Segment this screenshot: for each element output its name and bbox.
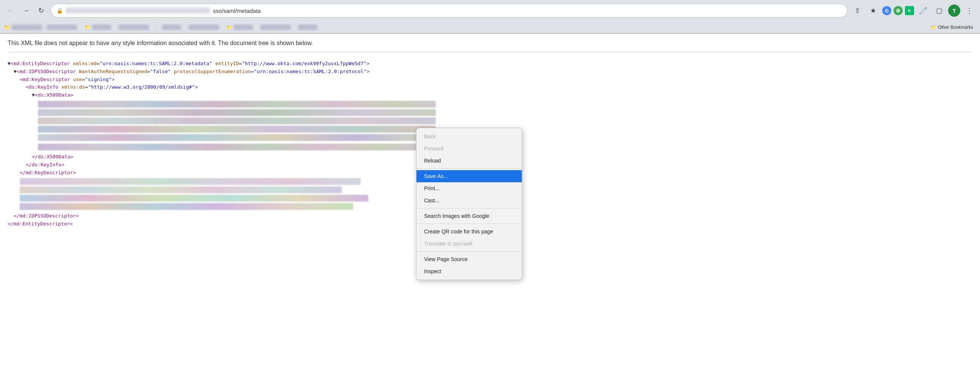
triangle-3: ▼ bbox=[32, 91, 35, 99]
context-menu-forward-label: Forward bbox=[424, 145, 443, 151]
bookmark-8[interactable] bbox=[257, 24, 294, 31]
tag-close-keyinfo: </ds:KeyInfo> bbox=[26, 161, 64, 169]
context-menu-view-source[interactable]: View Page Source bbox=[417, 253, 522, 265]
reload-button[interactable]: ↻ bbox=[34, 4, 48, 17]
bookmark-6-blur bbox=[189, 25, 219, 30]
bookmark-8-blur bbox=[260, 25, 291, 30]
bookmarks-bar: 📁 📁 | 📁 📁 Other Bookma bbox=[0, 21, 980, 33]
context-menu-cast[interactable]: Cast... bbox=[417, 194, 522, 207]
bookmark-4-blur bbox=[119, 25, 149, 30]
tag-key-info-close: > bbox=[195, 83, 198, 91]
tag-entity-descriptor-close: > bbox=[366, 60, 369, 68]
cast-button[interactable]: ▢ bbox=[932, 4, 946, 17]
attr-entity-id: entityID bbox=[215, 60, 239, 68]
tag-key-info: <ds:KeyInfo bbox=[26, 83, 58, 91]
attr-protocol-value: "urn:oasis:names:tc:SAML:2.0:protocol" bbox=[254, 68, 366, 76]
xml-line-x509data: ▼ <ds:X509Data> bbox=[8, 91, 972, 99]
context-menu-inspect[interactable]: Inspect bbox=[417, 265, 522, 277]
tag-close-x509data: </ds:X509Data> bbox=[32, 153, 73, 161]
context-menu-back-label: Back bbox=[424, 134, 436, 140]
attr-want-authn-value: "false" bbox=[150, 68, 171, 76]
xml-line-entity-descriptor: ▼ <md:EntityDescriptor xmlns:md="urn:oas… bbox=[8, 60, 972, 68]
lock-icon: 🔒 bbox=[56, 8, 63, 14]
context-menu-search-images[interactable]: Search Images with Google bbox=[417, 210, 522, 222]
tag-idp-close: > bbox=[366, 68, 369, 76]
attr-xmlns-ds: xmlns:ds bbox=[61, 83, 85, 91]
context-menu-sep-3 bbox=[417, 224, 522, 224]
attr-entity-id-value: "http://www.okta.com/exk99fy2uvxLfppWe5d… bbox=[242, 60, 366, 68]
context-menu-save-as[interactable]: Save As... bbox=[417, 170, 522, 182]
bookmark-9[interactable] bbox=[295, 24, 320, 31]
url-blur-part bbox=[66, 8, 210, 14]
menu-button[interactable]: ⋮ bbox=[963, 4, 976, 17]
browser-chrome: ← → ↻ 🔒 sso/saml/metadata ⇪ ★ G ✦ K 🧷 ▢ … bbox=[0, 0, 980, 34]
context-menu-save-as-label: Save As... bbox=[424, 173, 448, 179]
tag-close-keydescriptor: </md:KeyDescriptor> bbox=[20, 169, 76, 177]
browser-toolbar: ← → ↻ 🔒 sso/saml/metadata ⇪ ★ G ✦ K 🧷 ▢ … bbox=[0, 0, 980, 21]
context-menu-search-images-label: Search Images with Google bbox=[424, 213, 489, 219]
context-menu: Back Forward Reload Save As... Print... … bbox=[416, 128, 522, 280]
context-menu-create-qr[interactable]: Create QR code for this page bbox=[417, 226, 522, 238]
context-menu-sep-2 bbox=[417, 208, 522, 208]
other-bookmarks-folder-icon: 📁 bbox=[931, 25, 936, 30]
address-bar[interactable]: 🔒 sso/saml/metadata bbox=[51, 4, 847, 17]
context-menu-print[interactable]: Print... bbox=[417, 182, 522, 194]
cert-blurred-row-1 bbox=[8, 101, 972, 108]
extension-icon-2[interactable]: ✦ bbox=[894, 6, 903, 15]
bookmark-3[interactable]: 📁 bbox=[81, 24, 114, 31]
page-content: This XML file does not appear to have an… bbox=[0, 34, 980, 234]
context-menu-cast-label: Cast... bbox=[424, 197, 439, 204]
attr-xmlns-md-value: "urn:oasis:names:tc:SAML:2.0:metadata" bbox=[100, 60, 212, 68]
bookmark-2[interactable] bbox=[44, 24, 80, 31]
attr-use-value: "signing" bbox=[85, 76, 111, 84]
context-menu-translate-label: Translate to русский bbox=[424, 241, 473, 246]
other-bookmarks-button[interactable]: 📁 Other Bookmarks bbox=[928, 24, 976, 31]
cert-blurred-row-2 bbox=[8, 109, 972, 116]
share-button[interactable]: ⇪ bbox=[850, 4, 864, 17]
extensions-button[interactable]: 🧷 bbox=[916, 4, 930, 17]
xml-line-key-descriptor: <md:KeyDescriptor use="signing" > bbox=[8, 76, 972, 84]
context-menu-sep-1 bbox=[417, 168, 522, 169]
bookmark-folder-icon: 📁 bbox=[4, 24, 10, 30]
bookmark-6[interactable] bbox=[186, 24, 222, 31]
extension-grammarly[interactable]: G bbox=[882, 6, 891, 15]
bookmark-3-blur bbox=[92, 25, 111, 30]
context-menu-reload-label: Reload bbox=[424, 157, 441, 164]
triangle-1: ▼ bbox=[8, 60, 11, 68]
forward-button[interactable]: → bbox=[19, 4, 33, 17]
attr-want-authn: WantAuthnRequestsSigned bbox=[79, 68, 147, 76]
other-bookmarks-label: Other Bookmarks bbox=[938, 25, 973, 30]
bookmark-9-blur bbox=[298, 25, 317, 30]
nav-buttons: ← → ↻ bbox=[4, 4, 48, 17]
context-menu-forward[interactable]: Forward bbox=[417, 143, 522, 154]
back-button[interactable]: ← bbox=[4, 4, 18, 17]
bookmark-2-blur bbox=[47, 25, 77, 30]
context-menu-view-source-label: View Page Source bbox=[424, 256, 468, 262]
context-menu-translate[interactable]: Translate to русский bbox=[417, 238, 522, 250]
context-menu-reload[interactable]: Reload bbox=[417, 154, 522, 167]
xml-notice: This XML file does not appear to have an… bbox=[8, 40, 972, 52]
bookmark-5-blur bbox=[162, 25, 181, 30]
extension-icon-3[interactable]: K bbox=[905, 6, 914, 15]
bookmark-5[interactable] bbox=[159, 24, 184, 31]
bookmark-3-icon: 📁 bbox=[84, 24, 91, 30]
tag-x509data: <ds:X509Data> bbox=[35, 91, 73, 99]
attr-use: use bbox=[73, 76, 82, 84]
toolbar-actions: ⇪ ★ G ✦ K 🧷 ▢ T ⋮ bbox=[850, 4, 976, 17]
bookmark-4[interactable] bbox=[116, 24, 152, 31]
xml-line-idp-sso: ▼ <md:IDPSSODescriptor WantAuthnRequests… bbox=[8, 68, 972, 76]
attr-xmlns-md: xmlns:md bbox=[73, 60, 97, 68]
tag-key-descriptor: <md:KeyDescriptor bbox=[20, 76, 70, 84]
context-menu-print-label: Print... bbox=[424, 185, 439, 191]
bookmark-7[interactable]: 📁 bbox=[224, 24, 256, 31]
attr-protocol: protocolSupportEnumeration bbox=[174, 68, 251, 76]
tag-entity-descriptor-open: <md:EntityDescriptor bbox=[11, 60, 70, 68]
tag-idp-open: <md:IDPSSODescriptor bbox=[17, 68, 76, 76]
bookmark-button[interactable]: ★ bbox=[866, 4, 880, 17]
context-menu-back[interactable]: Back bbox=[417, 130, 522, 143]
context-menu-create-qr-label: Create QR code for this page bbox=[424, 229, 493, 235]
context-menu-inspect-label: Inspect bbox=[424, 268, 441, 274]
profile-button[interactable]: T bbox=[948, 5, 960, 17]
attr-xmlns-ds-value: "http://www.w3.org/2000/09/xmldsig#" bbox=[88, 83, 195, 91]
tag-close-entity: </md:EntityDescriptor> bbox=[8, 220, 73, 228]
